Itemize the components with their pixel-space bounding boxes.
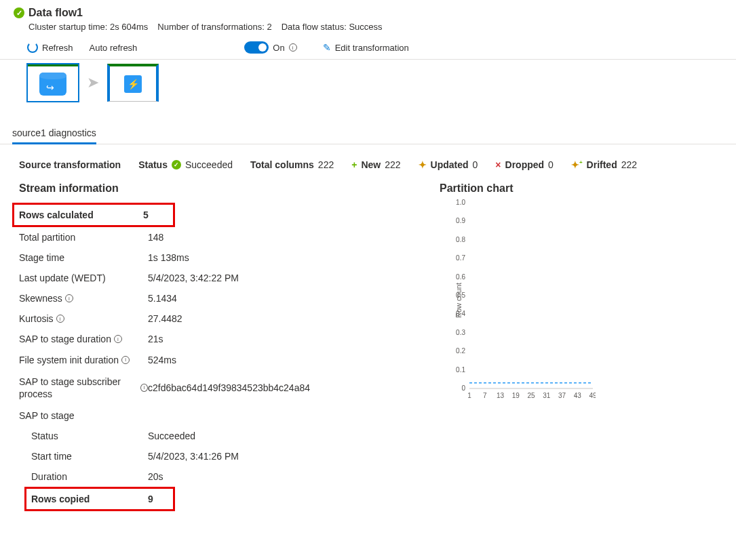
transform-count-label: Number of transformations: 2 [157,22,271,32]
info-icon[interactable]: i [65,294,73,302]
success-check-icon: ✓ [14,7,24,18]
updated-value: 0 [473,159,478,170]
stage-time-label: Stage time [19,252,148,263]
stage-start-value: 5/4/2023, 3:41:26 PM [148,451,239,462]
stage-duration-label: Duration [31,471,148,482]
total-columns-label: Total columns [250,159,314,170]
info-icon[interactable]: i [289,43,297,52]
last-update-value: 5/4/2023, 3:42:22 PM [148,273,239,283]
updated-icon: ✦ [419,159,427,170]
edit-transformation-button[interactable]: ✎ Edit transformation [323,42,409,53]
svg-text:0.7: 0.7 [456,254,465,262]
auto-refresh-toggle[interactable] [244,41,269,54]
svg-text:19: 19 [512,392,520,399]
fs-init-duration-label: File system init duration i [19,354,148,366]
startup-time-label: Cluster startup time: 2s 604ms [28,22,148,32]
status-label: Status [138,159,168,170]
sap-to-stage-heading: SAP to stage [19,410,148,421]
skewness-label: Skewness i [19,293,148,304]
pencil-icon: ✎ [323,42,331,53]
drifted-label: Drifted [587,159,617,170]
total-partition-label: Total partition [19,232,148,243]
sap-stage-duration-label: SAP to stage duration i [19,334,148,344]
stage-duration-value: 20s [148,471,163,482]
plus-icon: + [351,159,357,170]
source-transformation-label: Source transformation [19,159,121,170]
source-node[interactable]: ↪ [27,64,79,102]
rows-calculated-label: Rows calculated [19,209,143,220]
svg-text:0: 0 [461,384,465,392]
fs-init-duration-value: 524ms [148,355,176,365]
svg-text:37: 37 [558,392,566,399]
dropped-label: Dropped [505,159,545,170]
drifted-icon: ✦+ [571,159,583,170]
stage-start-label: Start time [31,451,148,462]
page-title: Data flow1 [28,7,83,19]
svg-text:7: 7 [483,392,487,399]
svg-text:0.1: 0.1 [456,366,465,374]
svg-text:43: 43 [574,392,582,399]
rows-copied-label: Rows copied [31,494,148,504]
refresh-icon [27,42,38,53]
arrow-right-icon: ➤ [79,74,107,92]
svg-text:0.9: 0.9 [456,217,465,224]
svg-text:25: 25 [527,392,535,399]
dropped-value: 0 [548,159,554,170]
partition-chart-title: Partition chart [440,182,710,195]
new-label: New [361,159,381,170]
chart-y-axis-label: Row count [454,283,463,318]
rows-copied-row: Rows copied 9 [24,487,175,511]
stream-info-heading: Stream information [19,182,399,195]
sap-stage-duration-value: 21s [148,334,163,344]
svg-text:0.8: 0.8 [456,236,465,243]
auto-refresh-label: Auto refresh [90,43,138,53]
new-value: 222 [385,159,400,170]
kurtosis-label: Kurtosis i [19,313,148,324]
bolt-icon: ⚡ [124,75,142,93]
stage-status-label: Status [31,431,148,441]
tab-source-diagnostics[interactable]: source1 diagnostics [12,127,96,144]
last-update-label: Last update (WEDT) [19,273,148,283]
svg-text:0.3: 0.3 [456,329,465,336]
stage-time-value: 1s 138ms [148,252,189,263]
rows-calculated-row: Rows calculated 5 [12,203,175,227]
edit-label: Edit transformation [335,43,409,53]
flow-status-label: Data flow status: Success [282,22,383,32]
svg-text:31: 31 [543,392,551,399]
info-icon[interactable]: i [121,356,130,364]
svg-text:13: 13 [497,392,505,399]
database-icon: ↪ [39,73,66,96]
pipeline-diagram: ↪ ➤ ⚡ [0,60,736,102]
svg-text:1: 1 [467,392,471,399]
kurtosis-value: 27.4482 [148,313,182,324]
info-icon[interactable]: i [114,335,122,343]
on-label: On [273,43,284,53]
subscriber-process-label: SAP to stage subscriber process i [19,376,148,400]
rows-copied-value: 9 [148,494,153,504]
chart-plot-area: 00.10.20.30.40.50.60.70.80.91.0171319253… [446,199,596,402]
subscriber-process-value: c2fd6bac64d149f39834523bb4c24a84 [148,382,310,393]
svg-text:1.0: 1.0 [456,199,465,206]
stage-status-value: Succeeded [148,431,195,441]
dropped-icon: × [495,159,501,170]
drifted-value: 222 [621,159,637,170]
status-success-icon: ✓ [172,160,181,169]
svg-text:0.2: 0.2 [456,347,465,355]
svg-text:49: 49 [589,392,596,399]
svg-text:0.6: 0.6 [456,273,465,281]
refresh-button[interactable]: Refresh [27,42,73,53]
updated-label: Updated [431,159,469,170]
refresh-label: Refresh [42,43,73,53]
total-columns-value: 222 [318,159,334,170]
info-icon[interactable]: i [140,384,148,392]
skewness-value: 5.1434 [148,293,177,304]
sink-node[interactable]: ⚡ [107,64,159,102]
status-value: Succeeded [185,159,233,170]
rows-calculated-value: 5 [143,209,149,220]
partition-chart: Row count 00.10.20.30.40.50.60.70.80.91.… [446,199,710,402]
info-icon[interactable]: i [56,315,64,323]
total-partition-value: 148 [148,232,163,243]
